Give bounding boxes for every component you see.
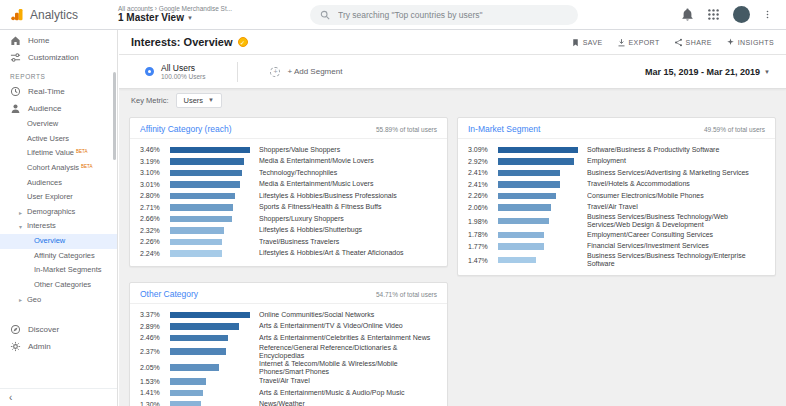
sidebar-item-label: Demographics xyxy=(27,208,75,217)
sidebar-item-label: Geo xyxy=(27,296,41,305)
chart-row: 1.78%Employment/Career Consulting Servic… xyxy=(468,229,765,241)
row-label: Employment xyxy=(587,157,765,165)
sidebar-item-admin[interactable]: Admin xyxy=(0,338,117,355)
apps-grid-icon[interactable] xyxy=(707,8,720,21)
insights-button[interactable]: INSIGHTS xyxy=(726,38,774,47)
brand: Analytics xyxy=(0,7,118,22)
row-value: 1.78% xyxy=(468,231,498,238)
row-label: Employment/Career Consulting Services xyxy=(587,231,765,239)
sidebar-item-customization[interactable]: Customization xyxy=(0,49,117,66)
top-app-bar: Analytics All accounts › Google Merchand… xyxy=(0,0,786,30)
avatar[interactable] xyxy=(733,6,750,23)
chart-row: 2.89%Arts & Entertainment/TV & Video/Onl… xyxy=(140,321,437,333)
collapse-sidebar-button[interactable]: ‹ xyxy=(9,393,12,403)
chevron-down-icon: ▼ xyxy=(208,97,214,103)
chart-row: 2.26%Travel/Business Travelers xyxy=(140,236,437,248)
beta-badge: BETA xyxy=(76,149,87,154)
row-bar xyxy=(498,193,556,200)
sidebar-item-affinity-categories[interactable]: Affinity Categories xyxy=(0,249,117,264)
sidebar-scrollbar[interactable] xyxy=(113,72,116,160)
row-bar-track xyxy=(498,257,578,264)
row-bar xyxy=(170,227,224,234)
sidebar-nav: HomeCustomizationREPORTSReal-TimeAudienc… xyxy=(0,30,117,355)
sidebar-item-user-explorer[interactable]: User Explorer xyxy=(0,190,117,205)
chart-row: 2.92%Employment xyxy=(468,156,765,168)
save-icon xyxy=(571,38,580,47)
chevron-down-icon: ▾ xyxy=(19,223,27,230)
discover-icon xyxy=(10,324,21,335)
realtime-icon xyxy=(10,86,21,97)
row-value: 2.37% xyxy=(140,348,170,355)
row-bar-track xyxy=(498,243,578,250)
key-metric-label: Key Metric: xyxy=(131,96,169,105)
sidebar-item-label: Customization xyxy=(28,53,79,62)
add-segment-button[interactable]: + + Add Segment xyxy=(256,55,356,88)
row-bar-track xyxy=(170,364,250,371)
sidebar-item-label: Other Categories xyxy=(34,281,91,290)
export-button[interactable]: EXPORT xyxy=(617,38,660,47)
home-icon xyxy=(10,35,21,46)
other-category-card: Other Category 54.71% of total users 3.3… xyxy=(129,282,448,406)
breadcrumb[interactable]: All accounts › Google Merchandise St... xyxy=(118,5,268,12)
date-range-value: Mar 15, 2019 - Mar 21, 2019 xyxy=(645,67,760,77)
row-bar xyxy=(498,170,560,177)
sidebar-item-active-users[interactable]: Active Users xyxy=(0,132,117,147)
sidebar-item-cohort-analysis[interactable]: Cohort AnalysisBETA xyxy=(0,161,117,176)
search-input[interactable] xyxy=(336,9,568,21)
row-label: Arts & Entertainment/Music & Audio/Pop M… xyxy=(259,389,437,397)
view-name: 1 Master View xyxy=(118,12,184,24)
view-selector[interactable]: 1 Master View ▼ xyxy=(118,12,268,24)
row-value: 2.80% xyxy=(140,192,170,199)
sidebar-item-overview[interactable]: Overview xyxy=(0,234,117,249)
share-button[interactable]: SHARE xyxy=(674,38,712,47)
affinity-category-card: Affinity Category (reach) 55.89% of tota… xyxy=(129,117,448,267)
card-header: In-Market Segment 49.59% of total users xyxy=(458,118,775,139)
row-bar xyxy=(170,204,233,211)
sidebar-item-interests[interactable]: ▾Interests xyxy=(0,219,117,234)
sidebar-item-label: Home xyxy=(28,36,49,45)
cards-grid: Affinity Category (reach) 55.89% of tota… xyxy=(119,111,786,406)
chart-row: 1.98%Business Services/Business Technolo… xyxy=(468,213,765,229)
sidebar-item-demographics[interactable]: ▸Demographics xyxy=(0,205,117,220)
search-bar[interactable] xyxy=(310,5,578,25)
row-value: 2.05% xyxy=(140,364,170,371)
chart-row: 3.09%Software/Business & Productivity So… xyxy=(468,144,765,156)
row-bar xyxy=(498,158,574,165)
date-range-selector[interactable]: Mar 15, 2019 - Mar 21, 2019 ▼ xyxy=(645,67,774,77)
row-label: Arts & Entertainment/Celebrities & Enter… xyxy=(259,334,437,342)
card-header: Other Category 54.71% of total users xyxy=(130,283,447,304)
key-metric-select[interactable]: Users ▼ xyxy=(176,93,223,108)
segment-all-users[interactable]: All Users 100.00% Users xyxy=(131,55,219,88)
sidebar-item-home[interactable]: Home xyxy=(0,32,117,49)
sidebar-item-other-categories[interactable]: Other Categories xyxy=(0,278,117,293)
row-bar xyxy=(498,243,544,250)
card-title-link[interactable]: In-Market Segment xyxy=(468,124,540,134)
sidebar-item-label: Audiences xyxy=(27,179,62,188)
row-label: Business Services/Business Technology/En… xyxy=(587,252,765,268)
segment-donut-icon xyxy=(145,67,154,76)
sidebar-item-geo[interactable]: ▸Geo xyxy=(0,293,117,308)
sidebar-item-lifetime-value[interactable]: Lifetime ValueBETA xyxy=(0,146,117,161)
sidebar-footer: ‹ xyxy=(0,388,117,406)
sidebar-item-audiences[interactable]: Audiences xyxy=(0,176,117,191)
chart-row: 3.10%Technology/Technophiles xyxy=(140,167,437,179)
sidebar-item-audience[interactable]: Audience xyxy=(0,100,117,117)
report-actions: SAVEEXPORTSHAREINSIGHTS xyxy=(571,38,774,47)
more-vertical-icon[interactable] xyxy=(763,8,772,21)
row-value: 3.09% xyxy=(468,146,498,153)
row-bar xyxy=(170,181,240,188)
card-rows: 3.37%Online Communities/Social Networks2… xyxy=(130,304,447,406)
card-title-link[interactable]: Affinity Category (reach) xyxy=(140,124,232,134)
search-icon xyxy=(320,10,330,20)
sidebar-item-discover[interactable]: Discover xyxy=(0,321,117,338)
row-label: Technology/Technophiles xyxy=(259,169,437,177)
app-name: Analytics xyxy=(30,8,78,22)
sidebar-item-in-market-segments[interactable]: In-Market Segments xyxy=(0,263,117,278)
sidebar-item-real-time[interactable]: Real-Time xyxy=(0,83,117,100)
card-title-link[interactable]: Other Category xyxy=(140,289,198,299)
row-value: 3.46% xyxy=(140,146,170,153)
save-button[interactable]: SAVE xyxy=(571,38,603,47)
row-label: Financial Services/Investment Services xyxy=(587,242,765,250)
notifications-bell-icon[interactable] xyxy=(681,8,694,21)
sidebar-item-overview[interactable]: Overview xyxy=(0,117,117,132)
